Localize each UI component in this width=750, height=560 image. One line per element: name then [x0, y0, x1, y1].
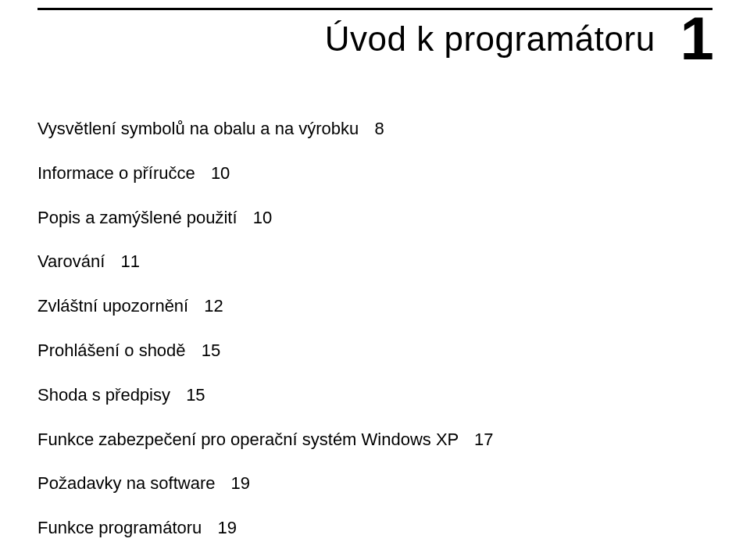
- toc-page: 17: [474, 430, 493, 449]
- toc-page: 15: [202, 341, 220, 360]
- toc-page: 19: [231, 473, 250, 493]
- toc-row: Informace o příručce 10: [38, 162, 712, 186]
- toc-label: Funkce programátoru: [38, 518, 202, 537]
- chapter-title-row: Úvod k programátoru 1: [38, 16, 712, 66]
- toc-page: 19: [217, 518, 236, 537]
- toc-row: Prohlášení o shodě 15: [38, 339, 712, 363]
- toc-label: Prohlášení o shodě: [38, 341, 186, 360]
- toc-label: Vysvětlení symbolů na obalu a na výrobku: [38, 119, 359, 138]
- toc-page: 11: [121, 251, 140, 271]
- toc-page: 10: [211, 163, 230, 183]
- toc-row: Popis a zamýšlené použití 10: [38, 206, 712, 230]
- chapter-title: Úvod k programátoru: [325, 20, 655, 58]
- table-of-contents: Vysvětlení symbolů na obalu a na výrobku…: [38, 117, 712, 560]
- toc-row: Požadavky na software 19: [38, 472, 712, 496]
- toc-page: 8: [374, 119, 384, 138]
- toc-row: Funkce programátoru 19: [38, 516, 712, 540]
- toc-page: 10: [253, 208, 272, 227]
- toc-label: Varování: [38, 251, 105, 271]
- toc-label: Funkce zabezpečení pro operační systém W…: [38, 430, 459, 449]
- toc-page: 15: [186, 385, 205, 405]
- toc-page: 12: [204, 296, 223, 316]
- page: Úvod k programátoru 1 Vysvětlení symbolů…: [0, 0, 750, 560]
- top-rule: [38, 8, 712, 10]
- toc-label: Popis a zamýšlené použití: [38, 208, 238, 227]
- toc-row: Varování 11: [38, 250, 712, 274]
- toc-row: Zvláštní upozornění 12: [38, 294, 712, 319]
- toc-row: Shoda s předpisy 15: [38, 383, 712, 408]
- toc-label: Informace o příručce: [38, 163, 195, 183]
- toc-row: Vysvětlení symbolů na obalu a na výrobku…: [38, 117, 712, 141]
- toc-row: Funkce zabezpečení pro operační systém W…: [38, 428, 712, 452]
- toc-label: Shoda s předpisy: [38, 385, 170, 405]
- chapter-number: 1: [680, 11, 712, 66]
- toc-label: Požadavky na software: [38, 473, 215, 493]
- toc-label: Zvláštní upozornění: [38, 296, 188, 316]
